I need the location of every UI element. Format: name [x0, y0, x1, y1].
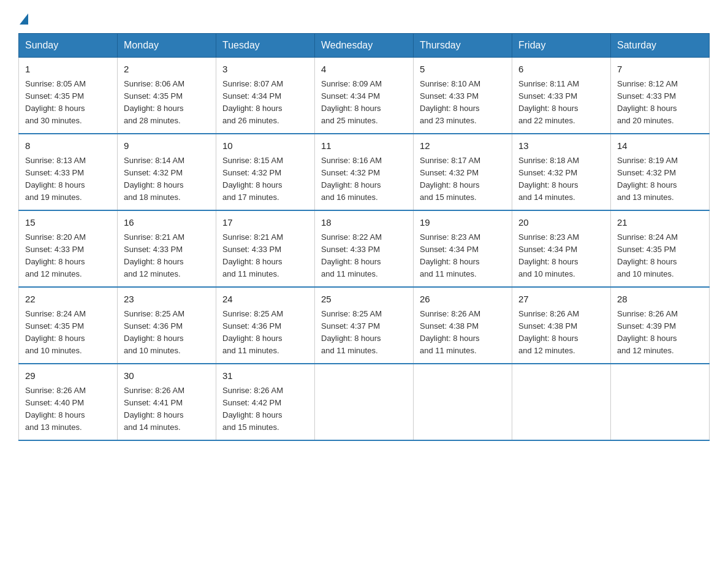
calendar-cell: 3 Sunrise: 8:07 AMSunset: 4:34 PMDayligh…: [216, 58, 315, 134]
day-number: 1: [25, 63, 111, 77]
weekday-header-saturday: Saturday: [611, 34, 710, 58]
day-info: Sunrise: 8:25 AMSunset: 4:36 PMDaylight:…: [222, 308, 308, 358]
calendar-cell: 30 Sunrise: 8:26 AMSunset: 4:41 PMDaylig…: [118, 364, 216, 440]
calendar-cell: 12 Sunrise: 8:17 AMSunset: 4:32 PMDaylig…: [414, 134, 512, 210]
calendar-cell: 29 Sunrise: 8:26 AMSunset: 4:40 PMDaylig…: [19, 364, 118, 440]
calendar-cell: 21 Sunrise: 8:24 AMSunset: 4:35 PMDaylig…: [611, 210, 710, 287]
day-number: 28: [617, 293, 703, 307]
day-number: 19: [420, 216, 506, 230]
weekday-header-monday: Monday: [118, 34, 216, 58]
day-info: Sunrise: 8:25 AMSunset: 4:36 PMDaylight:…: [124, 308, 210, 358]
day-info: Sunrise: 8:16 AMSunset: 4:32 PMDaylight:…: [321, 155, 407, 204]
calendar-cell: 11 Sunrise: 8:16 AMSunset: 4:32 PMDaylig…: [315, 134, 414, 210]
day-info: Sunrise: 8:13 AMSunset: 4:33 PMDaylight:…: [25, 155, 111, 204]
day-number: 18: [321, 216, 407, 230]
day-info: Sunrise: 8:26 AMSunset: 4:40 PMDaylight:…: [25, 385, 111, 434]
calendar-cell: 18 Sunrise: 8:22 AMSunset: 4:33 PMDaylig…: [315, 210, 414, 287]
calendar-week-3: 15 Sunrise: 8:20 AMSunset: 4:33 PMDaylig…: [19, 210, 710, 287]
day-info: Sunrise: 8:20 AMSunset: 4:33 PMDaylight:…: [25, 231, 111, 281]
day-number: 30: [124, 369, 210, 383]
calendar-cell: 22 Sunrise: 8:24 AMSunset: 4:35 PMDaylig…: [19, 287, 118, 364]
day-info: Sunrise: 8:26 AMSunset: 4:38 PMDaylight:…: [518, 308, 604, 358]
calendar-cell: 15 Sunrise: 8:20 AMSunset: 4:33 PMDaylig…: [19, 210, 118, 287]
calendar-cell: 10 Sunrise: 8:15 AMSunset: 4:32 PMDaylig…: [216, 134, 315, 210]
day-number: 11: [321, 139, 407, 153]
day-info: Sunrise: 8:26 AMSunset: 4:39 PMDaylight:…: [617, 308, 703, 358]
calendar-cell: 13 Sunrise: 8:18 AMSunset: 4:32 PMDaylig…: [512, 134, 611, 210]
day-info: Sunrise: 8:24 AMSunset: 4:35 PMDaylight:…: [25, 308, 111, 358]
calendar-cell: 26 Sunrise: 8:26 AMSunset: 4:38 PMDaylig…: [414, 287, 512, 364]
calendar-cell: 19 Sunrise: 8:23 AMSunset: 4:34 PMDaylig…: [414, 210, 512, 287]
day-info: Sunrise: 8:11 AMSunset: 4:33 PMDaylight:…: [518, 78, 604, 128]
calendar-cell: 1 Sunrise: 8:05 AMSunset: 4:35 PMDayligh…: [19, 58, 118, 134]
day-info: Sunrise: 8:24 AMSunset: 4:35 PMDaylight:…: [617, 231, 703, 281]
logo: [18, 12, 29, 21]
day-number: 14: [617, 139, 703, 153]
day-number: 24: [222, 293, 308, 307]
day-info: Sunrise: 8:22 AMSunset: 4:33 PMDaylight:…: [321, 231, 407, 281]
day-number: 25: [321, 293, 407, 307]
calendar-week-4: 22 Sunrise: 8:24 AMSunset: 4:35 PMDaylig…: [19, 287, 710, 364]
day-info: Sunrise: 8:26 AMSunset: 4:42 PMDaylight:…: [222, 385, 308, 434]
day-number: 20: [518, 216, 604, 230]
day-number: 23: [124, 293, 210, 307]
calendar-cell: [414, 364, 512, 440]
calendar-cell: 25 Sunrise: 8:25 AMSunset: 4:37 PMDaylig…: [315, 287, 414, 364]
day-info: Sunrise: 8:07 AMSunset: 4:34 PMDaylight:…: [222, 78, 308, 128]
day-info: Sunrise: 8:06 AMSunset: 4:35 PMDaylight:…: [124, 78, 210, 128]
day-number: 4: [321, 63, 407, 77]
day-info: Sunrise: 8:09 AMSunset: 4:34 PMDaylight:…: [321, 78, 407, 128]
calendar-week-1: 1 Sunrise: 8:05 AMSunset: 4:35 PMDayligh…: [19, 58, 710, 134]
calendar-cell: 24 Sunrise: 8:25 AMSunset: 4:36 PMDaylig…: [216, 287, 315, 364]
calendar-week-5: 29 Sunrise: 8:26 AMSunset: 4:40 PMDaylig…: [19, 364, 710, 440]
day-number: 21: [617, 216, 703, 230]
weekday-header-thursday: Thursday: [414, 34, 512, 58]
day-info: Sunrise: 8:23 AMSunset: 4:34 PMDaylight:…: [420, 231, 506, 281]
calendar-cell: 23 Sunrise: 8:25 AMSunset: 4:36 PMDaylig…: [118, 287, 216, 364]
calendar-week-2: 8 Sunrise: 8:13 AMSunset: 4:33 PMDayligh…: [19, 134, 710, 210]
day-info: Sunrise: 8:12 AMSunset: 4:33 PMDaylight:…: [617, 78, 703, 128]
calendar-table: SundayMondayTuesdayWednesdayThursdayFrid…: [18, 33, 710, 441]
calendar-cell: 28 Sunrise: 8:26 AMSunset: 4:39 PMDaylig…: [611, 287, 710, 364]
weekday-header-friday: Friday: [512, 34, 611, 58]
day-info: Sunrise: 8:05 AMSunset: 4:35 PMDaylight:…: [25, 78, 111, 128]
day-info: Sunrise: 8:26 AMSunset: 4:38 PMDaylight:…: [420, 308, 506, 358]
calendar-cell: [512, 364, 611, 440]
calendar-cell: 27 Sunrise: 8:26 AMSunset: 4:38 PMDaylig…: [512, 287, 611, 364]
calendar-cell: 8 Sunrise: 8:13 AMSunset: 4:33 PMDayligh…: [19, 134, 118, 210]
calendar-cell: 2 Sunrise: 8:06 AMSunset: 4:35 PMDayligh…: [118, 58, 216, 134]
day-number: 29: [25, 369, 111, 383]
day-info: Sunrise: 8:21 AMSunset: 4:33 PMDaylight:…: [222, 231, 308, 281]
day-info: Sunrise: 8:14 AMSunset: 4:32 PMDaylight:…: [124, 155, 210, 204]
day-info: Sunrise: 8:17 AMSunset: 4:32 PMDaylight:…: [420, 155, 506, 204]
day-info: Sunrise: 8:25 AMSunset: 4:37 PMDaylight:…: [321, 308, 407, 358]
day-number: 10: [222, 139, 308, 153]
calendar-cell: 14 Sunrise: 8:19 AMSunset: 4:32 PMDaylig…: [611, 134, 710, 210]
day-number: 7: [617, 63, 703, 77]
day-info: Sunrise: 8:21 AMSunset: 4:33 PMDaylight:…: [124, 231, 210, 281]
day-number: 26: [420, 293, 506, 307]
day-number: 16: [124, 216, 210, 230]
day-number: 17: [222, 216, 308, 230]
day-info: Sunrise: 8:18 AMSunset: 4:32 PMDaylight:…: [518, 155, 604, 204]
weekday-header-sunday: Sunday: [19, 34, 118, 58]
calendar-cell: 9 Sunrise: 8:14 AMSunset: 4:32 PMDayligh…: [118, 134, 216, 210]
day-number: 3: [222, 63, 308, 77]
calendar-cell: [611, 364, 710, 440]
day-number: 13: [518, 139, 604, 153]
day-info: Sunrise: 8:26 AMSunset: 4:41 PMDaylight:…: [124, 385, 210, 434]
weekday-header-tuesday: Tuesday: [216, 34, 315, 58]
day-info: Sunrise: 8:10 AMSunset: 4:33 PMDaylight:…: [420, 78, 506, 128]
day-number: 12: [420, 139, 506, 153]
calendar-cell: [315, 364, 414, 440]
calendar-cell: 31 Sunrise: 8:26 AMSunset: 4:42 PMDaylig…: [216, 364, 315, 440]
calendar-cell: 16 Sunrise: 8:21 AMSunset: 4:33 PMDaylig…: [118, 210, 216, 287]
weekday-header-row: SundayMondayTuesdayWednesdayThursdayFrid…: [19, 34, 710, 58]
day-number: 9: [124, 139, 210, 153]
day-number: 6: [518, 63, 604, 77]
day-number: 5: [420, 63, 506, 77]
calendar-cell: 5 Sunrise: 8:10 AMSunset: 4:33 PMDayligh…: [414, 58, 512, 134]
calendar-cell: 20 Sunrise: 8:23 AMSunset: 4:34 PMDaylig…: [512, 210, 611, 287]
calendar-cell: 6 Sunrise: 8:11 AMSunset: 4:33 PMDayligh…: [512, 58, 611, 134]
logo-arrow-icon: [20, 13, 28, 25]
